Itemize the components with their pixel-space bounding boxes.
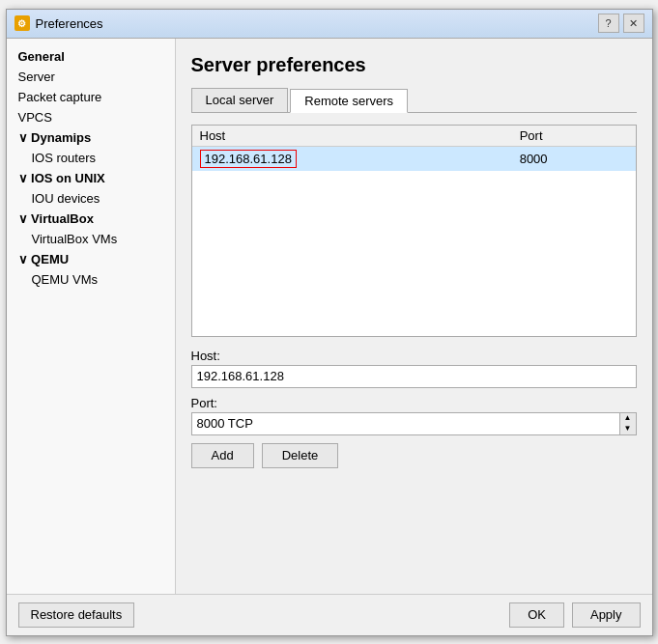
sidebar-item[interactable]: ∨ QEMU [7,249,175,269]
sidebar-item[interactable]: General [7,46,175,67]
title-bar: ⚙ Preferences ? ✕ [7,10,652,39]
main-panel: Server preferences Local server Remote s… [176,39,652,594]
col-host: Host [192,126,512,147]
preferences-window: ⚙ Preferences ? ✕ GeneralServerPacket ca… [6,9,653,636]
sidebar: GeneralServerPacket captureVPCS∨ Dynamip… [7,39,176,594]
close-button[interactable]: ✕ [623,14,644,33]
port-spinner-buttons: ▲ ▼ [619,412,637,435]
help-button[interactable]: ? [598,14,619,33]
action-row: Add Delete [191,443,637,468]
tab-bar: Local server Remote servers [191,88,637,113]
sidebar-item[interactable]: VirtualBox VMs [7,229,175,249]
page-title: Server preferences [191,54,637,76]
sidebar-item[interactable]: Server [7,67,175,87]
window-title: Preferences [36,16,103,31]
sidebar-item[interactable]: QEMU VMs [7,269,175,290]
host-row: Host: [191,349,637,388]
sidebar-item[interactable]: ∨ IOS on UNIX [7,168,175,188]
delete-button[interactable]: Delete [262,443,339,468]
sidebar-item[interactable]: ∨ VirtualBox [7,209,175,229]
port-row: Port: ▲ ▼ [191,396,637,435]
port-spinner-row: ▲ ▼ [191,412,637,435]
host-cell: 192.168.61.128 [192,146,512,171]
port-increment-button[interactable]: ▲ [620,413,636,424]
tab-local-server[interactable]: Local server [191,88,289,112]
sidebar-item[interactable]: Packet capture [7,87,175,107]
apply-button[interactable]: Apply [572,602,641,628]
server-table-container: Host Port 192.168.61.128 8000 [191,125,637,337]
title-bar-controls: ? ✕ [598,14,644,33]
sidebar-item[interactable]: ∨ Dynamips [7,127,175,148]
content-area: GeneralServerPacket captureVPCS∨ Dynamip… [7,39,652,594]
remote-servers-panel: Host Port 192.168.61.128 8000 [191,125,637,578]
server-table: Host Port 192.168.61.128 8000 [192,126,636,171]
app-icon: ⚙ [14,15,30,31]
tab-remote-servers[interactable]: Remote servers [290,89,408,113]
host-label: Host: [191,349,637,363]
add-button[interactable]: Add [191,443,254,468]
port-decrement-button[interactable]: ▼ [620,424,636,434]
title-bar-left: ⚙ Preferences [14,15,103,31]
port-cell: 8000 [512,146,636,171]
port-input[interactable] [191,412,619,435]
host-input[interactable] [191,365,637,388]
sidebar-item[interactable]: IOU devices [7,188,175,209]
col-port: Port [512,126,636,147]
restore-defaults-button[interactable]: Restore defaults [18,602,135,628]
port-label: Port: [191,396,637,410]
table-row[interactable]: 192.168.61.128 8000 [192,146,636,171]
sidebar-item[interactable]: VPCS [7,107,175,127]
host-value: 192.168.61.128 [200,150,297,168]
ok-button[interactable]: OK [509,602,564,628]
footer-bar: Restore defaults OK Apply [7,594,652,635]
sidebar-item[interactable]: IOS routers [7,148,175,168]
